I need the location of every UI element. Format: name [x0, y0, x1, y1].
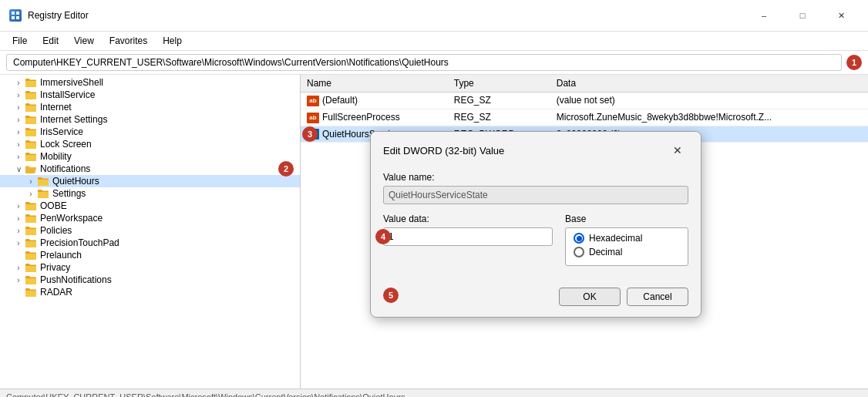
tree-label: IrisService — [40, 126, 83, 137]
expander-icon: › — [25, 190, 37, 198]
tree-item-internet[interactable]: › Internet — [0, 101, 300, 113]
cell-type: REG_SZ — [448, 109, 550, 126]
tree-label: PushNotifications — [40, 274, 112, 285]
expander-icon: › — [12, 264, 25, 272]
tree-label: Lock Screen — [40, 139, 92, 150]
col-type: Type — [448, 75, 550, 93]
folder-icon — [25, 89, 37, 100]
expander-icon: › — [12, 153, 25, 161]
value-name-input — [383, 186, 688, 204]
hexadecimal-radio[interactable]: Hexadecimal — [574, 233, 680, 244]
edit-dword-dialog: Edit DWORD (32-bit) Value ✕ Value name: … — [370, 131, 701, 318]
tree-label-quiethours: QuietHours — [52, 176, 99, 187]
address-input[interactable] — [6, 54, 842, 71]
cancel-button[interactable]: Cancel — [627, 288, 688, 306]
tree-item-immersiveshell[interactable]: › ImmersiveShell — [0, 76, 300, 89]
title-bar-left: Registry Editor — [9, 9, 89, 22]
tree-label-settings: Settings — [52, 188, 86, 199]
menu-favorites[interactable]: Favorites — [103, 33, 153, 49]
tree-panel[interactable]: › ImmersiveShell › InstallService › Inte… — [0, 75, 301, 389]
title-bar: Registry Editor – □ ✕ — [0, 0, 868, 32]
folder-icon — [37, 188, 49, 199]
folder-icon — [25, 114, 37, 125]
expander-icon: › — [12, 239, 25, 247]
folder-icon — [25, 274, 37, 285]
expander-icon: › — [12, 91, 25, 99]
tree-item-notifications[interactable]: ∨ Notifications — [0, 163, 300, 175]
radio-hexadecimal-icon — [574, 233, 584, 244]
badge-4: 4 — [375, 229, 391, 244]
tree-item-settings[interactable]: › Settings — [0, 187, 300, 200]
tree-label: RADAR — [40, 287, 72, 298]
tree-item-pushnotifications[interactable]: › PushNotifications — [0, 274, 300, 286]
tree-item-quiethours[interactable]: › QuietHours — [0, 175, 300, 187]
status-text: Computer\HKEY_CURRENT_USER\Software\Micr… — [6, 392, 405, 398]
tree-label: InstallService — [40, 89, 95, 100]
folder-icon — [25, 250, 37, 261]
tree-item-oobe[interactable]: › OOBE — [0, 200, 300, 212]
dialog-close-button[interactable]: ✕ — [667, 140, 688, 161]
radio-inner — [577, 236, 582, 241]
tree-item-mobility[interactable]: › Mobility — [0, 150, 300, 163]
value-data-input[interactable] — [383, 227, 553, 246]
expander-icon: › — [12, 116, 25, 124]
base-col: Base Hexadecimal Decimal — [565, 214, 688, 266]
minimize-button[interactable]: – — [746, 6, 782, 25]
svg-rect-1 — [16, 12, 19, 15]
reg-sz-icon: ab — [307, 96, 319, 106]
expander-icon: › — [12, 103, 25, 112]
col-name: Name — [301, 75, 448, 93]
tree-item-precisiontouchpad[interactable]: › PrecisionTouchPad — [0, 237, 300, 249]
ok-button[interactable]: OK — [559, 288, 621, 306]
tree-item-privacy[interactable]: › Privacy — [0, 261, 300, 274]
close-button[interactable]: ✕ — [823, 6, 859, 25]
svg-rect-3 — [16, 16, 19, 19]
cell-type: REG_SZ — [448, 93, 550, 109]
tree-item-prelaunch[interactable]: › Prelaunch — [0, 249, 300, 261]
tree-label-notifications: Notifications — [40, 163, 90, 174]
notifications-row: ∨ Notifications 2 — [0, 163, 300, 175]
expander-icon: › — [12, 214, 25, 223]
badge-5: 5 — [383, 288, 399, 303]
window-title: Registry Editor — [28, 10, 89, 21]
expander-icon: › — [12, 202, 25, 210]
table-row[interactable]: ab(Default) REG_SZ (value not set) — [301, 93, 868, 109]
decimal-label: Decimal — [589, 247, 622, 257]
tree-label: Internet Settings — [40, 114, 107, 125]
folder-icon — [25, 102, 37, 113]
col-data: Data — [550, 75, 868, 93]
folder-icon — [37, 176, 49, 187]
tree-item-internet-settings[interactable]: › Internet Settings — [0, 113, 300, 126]
tree-label: Prelaunch — [40, 250, 82, 261]
dialog-body: Value name: Value data: 4 Base — [371, 166, 701, 288]
menu-help[interactable]: Help — [156, 33, 188, 49]
folder-icon — [25, 262, 37, 273]
table-row[interactable]: abFullScreenProcess REG_SZ Microsoft.Zun… — [301, 109, 868, 126]
hexadecimal-label: Hexadecimal — [589, 233, 642, 244]
tree-item-radar[interactable]: › RADAR — [0, 286, 300, 298]
value-name-field: Value name: — [383, 172, 688, 204]
folder-icon — [25, 200, 37, 211]
folder-icon — [25, 213, 37, 224]
base-box: Hexadecimal Decimal — [565, 227, 688, 266]
tree-item-installservice[interactable]: › InstallService — [0, 89, 300, 101]
folder-icon — [25, 77, 37, 88]
menu-file[interactable]: File — [6, 33, 33, 49]
tree-item-lockscreen[interactable]: › Lock Screen — [0, 138, 300, 150]
dialog-titlebar: Edit DWORD (32-bit) Value ✕ — [371, 132, 701, 166]
maximize-button[interactable]: □ — [785, 6, 820, 25]
expander-icon: › — [12, 79, 25, 87]
tree-item-policies[interactable]: › Policies — [0, 224, 300, 237]
decimal-radio[interactable]: Decimal — [574, 247, 680, 257]
expander-icon: › — [12, 227, 25, 235]
tree-item-penworkspace[interactable]: › PenWorkspace — [0, 212, 300, 224]
folder-icon — [25, 287, 37, 298]
tree-label: Mobility — [40, 151, 72, 162]
svg-rect-2 — [12, 16, 15, 19]
badge-1: 1 — [846, 55, 862, 70]
tree-item-irisservice[interactable]: › IrisService — [0, 126, 300, 138]
menu-view[interactable]: View — [68, 33, 100, 49]
menu-bar: File Edit View Favorites Help — [0, 32, 868, 51]
menu-edit[interactable]: Edit — [36, 33, 65, 49]
value-data-input-row: 4 — [383, 227, 553, 246]
